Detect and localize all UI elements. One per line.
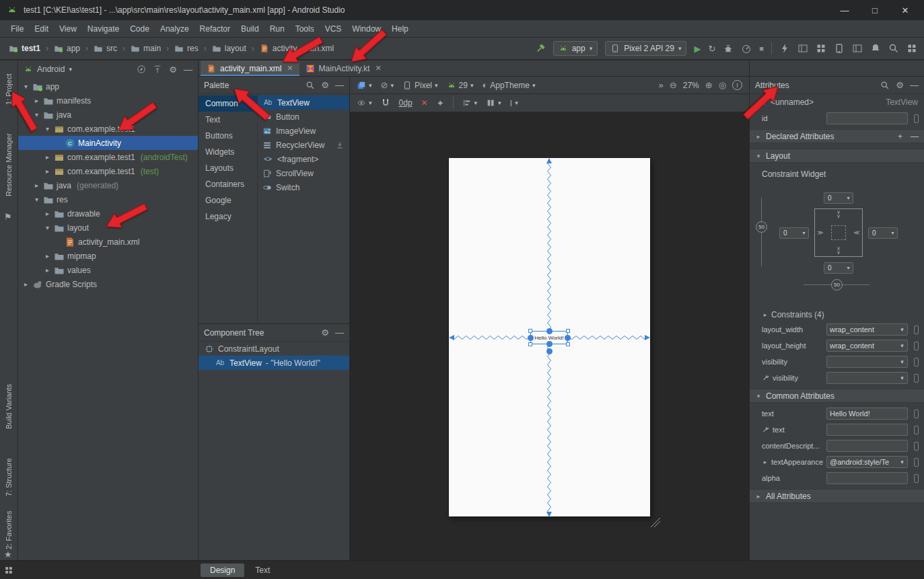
pick-resource-icon[interactable] bbox=[914, 410, 919, 418]
device-select[interactable]: Pixel 2 API 29 ▾ bbox=[605, 41, 686, 56]
issues-badge-icon[interactable]: ! bbox=[732, 80, 742, 90]
tree-item-activity-main-xml[interactable]: activity_main.xml bbox=[18, 235, 198, 249]
apply-changes-icon[interactable]: ↻ bbox=[708, 44, 715, 53]
menu-file[interactable]: File bbox=[5, 22, 29, 36]
chevron-collapsed-icon[interactable]: ▸ bbox=[755, 133, 762, 140]
tree-item-mipmap[interactable]: ▸mipmap bbox=[18, 249, 198, 263]
chevron-collapsed-icon[interactable]: ▸ bbox=[22, 280, 30, 288]
zoom-out-icon[interactable]: ⊖ bbox=[670, 81, 677, 89]
component-constraint-layout[interactable]: ConstraintLayout bbox=[199, 342, 349, 356]
design-surface-select[interactable]: ▾ bbox=[357, 81, 372, 90]
gear-icon[interactable]: ⚙ bbox=[169, 65, 177, 74]
palette-category-google[interactable]: Google bbox=[199, 192, 257, 208]
tree-item-app[interactable]: ▾app bbox=[18, 79, 198, 93]
tools-text-input[interactable] bbox=[826, 424, 908, 436]
search-everywhere-icon[interactable] bbox=[888, 43, 899, 54]
constraint-anchor-right-icon[interactable] bbox=[565, 335, 571, 341]
chevron-down-icon[interactable]: ▾ bbox=[69, 66, 72, 73]
theme-select[interactable]: ◐AppTheme▾ bbox=[482, 81, 535, 90]
menu-edit[interactable]: Edit bbox=[29, 22, 54, 36]
device-file-explorer-icon[interactable] bbox=[797, 43, 808, 54]
menu-view[interactable]: View bbox=[54, 22, 82, 36]
menu-build[interactable]: Build bbox=[236, 22, 264, 36]
infer-constraints-icon[interactable]: ✦ bbox=[437, 99, 444, 108]
bookmark-flag-icon[interactable]: ⚑ bbox=[4, 213, 12, 221]
align-select[interactable]: ▾ bbox=[462, 98, 478, 108]
gear-icon[interactable]: ⚙ bbox=[321, 328, 329, 337]
notifications-icon[interactable] bbox=[870, 43, 881, 54]
run-configuration-select[interactable]: app ▾ bbox=[553, 41, 598, 56]
chevron-expanded-icon[interactable]: ▾ bbox=[33, 196, 40, 203]
collapse-all-icon[interactable] bbox=[153, 65, 162, 74]
text-input[interactable]: Hello World! bbox=[826, 408, 908, 420]
text-appearance-select[interactable]: @android:style/Te▾ bbox=[826, 456, 908, 468]
layout-inspector-icon[interactable] bbox=[816, 43, 826, 54]
chevron-expanded-icon[interactable]: ▾ bbox=[755, 153, 762, 159]
layout-height-select[interactable]: wrap_content▾ bbox=[826, 340, 908, 352]
orientation-select[interactable]: ⊘▾ bbox=[381, 81, 394, 89]
api-version-select[interactable]: 29▾ bbox=[447, 81, 474, 90]
palette-item-recyclerview[interactable]: RecyclerView bbox=[258, 138, 349, 152]
chevron-collapsed-icon[interactable]: ▸ bbox=[33, 182, 40, 189]
tree-item-res[interactable]: ▾res bbox=[18, 192, 198, 206]
breadcrumb-main[interactable]: main bbox=[129, 42, 163, 54]
pick-resource-icon[interactable] bbox=[914, 114, 919, 123]
resize-handle-icon[interactable] bbox=[566, 329, 570, 333]
content-description-input[interactable] bbox=[826, 440, 908, 452]
overflow-chevrons-icon[interactable]: » bbox=[659, 81, 664, 89]
constraint-anchor-left-icon[interactable] bbox=[528, 335, 534, 341]
sdk-manager-icon[interactable] bbox=[852, 43, 863, 54]
debug-icon[interactable] bbox=[723, 43, 734, 54]
tree-item-main-activity[interactable]: MainActivity bbox=[18, 136, 198, 150]
palette-item-scrollview[interactable]: ScrollView bbox=[258, 166, 349, 180]
palette-item-imageview[interactable]: ImageView bbox=[258, 124, 349, 138]
resize-handle-icon[interactable] bbox=[566, 342, 570, 346]
favorites-star-icon[interactable]: ★ bbox=[4, 550, 12, 559]
pick-resource-icon[interactable] bbox=[914, 458, 919, 467]
design-canvas[interactable]: Hello World! bbox=[350, 112, 749, 560]
chevron-collapsed-icon[interactable]: ▸ bbox=[755, 493, 762, 500]
pick-resource-icon[interactable] bbox=[914, 358, 919, 366]
breadcrumb-res[interactable]: res bbox=[172, 42, 201, 54]
tree-item-gradle-scripts[interactable]: ▸Gradle Scripts bbox=[18, 277, 198, 291]
pick-resource-icon[interactable] bbox=[914, 325, 919, 334]
breadcrumb-layout[interactable]: layout bbox=[210, 42, 248, 54]
chevron-collapsed-icon[interactable]: ▸ bbox=[33, 97, 40, 104]
stop-icon[interactable]: ■ bbox=[759, 44, 764, 52]
tree-item-manifests[interactable]: ▸manifests bbox=[18, 93, 198, 108]
palette-category-legacy[interactable]: Legacy bbox=[199, 208, 257, 225]
tree-item-java[interactable]: ▾java bbox=[18, 108, 198, 122]
hide-panel-icon[interactable]: — bbox=[335, 81, 344, 89]
tool-stripe-build-variants[interactable]: Build Variants bbox=[0, 375, 17, 437]
default-margin-select[interactable]: 0dp bbox=[399, 98, 413, 108]
layout-width-select[interactable]: wrap_content▾ bbox=[826, 323, 908, 336]
close-button[interactable]: ✕ bbox=[893, 5, 917, 15]
palette-item-switch[interactable]: Switch bbox=[258, 180, 349, 194]
chevron-collapsed-icon[interactable]: ▸ bbox=[762, 311, 769, 318]
chevron-expanded-icon[interactable]: ▾ bbox=[22, 83, 30, 90]
chevron-expanded-icon[interactable]: ▾ bbox=[44, 125, 51, 132]
margin-top-select[interactable]: 0▾ bbox=[824, 192, 853, 204]
breadcrumb-src[interactable]: src bbox=[92, 42, 119, 54]
menu-help[interactable]: Help bbox=[386, 22, 414, 36]
margin-bottom-select[interactable]: 0▾ bbox=[824, 262, 853, 274]
pick-resource-icon[interactable] bbox=[914, 426, 919, 434]
tree-item-java-generated[interactable]: ▸java(generated) bbox=[18, 178, 198, 192]
section-constraints[interactable]: ▸ Constraints (4) bbox=[750, 308, 924, 321]
locate-file-icon[interactable] bbox=[137, 65, 146, 74]
search-icon[interactable] bbox=[306, 81, 315, 90]
zoom-in-icon[interactable]: ⊕ bbox=[705, 81, 713, 89]
chevron-expanded-icon[interactable]: ▾ bbox=[755, 393, 762, 399]
baseline-anchor-icon[interactable] bbox=[546, 348, 553, 354]
tree-item-package-android-test[interactable]: ▸com.example.test1(androidTest) bbox=[18, 150, 198, 164]
tools-visibility-select[interactable]: ▾ bbox=[826, 372, 908, 384]
run-button[interactable]: ▶ bbox=[694, 44, 701, 54]
tool-stripe-structure[interactable]: 7: Structure bbox=[0, 447, 17, 508]
chevron-collapsed-icon[interactable]: ▸ bbox=[44, 167, 51, 175]
view-options-select[interactable]: ▾ bbox=[357, 98, 372, 108]
clear-constraints-icon[interactable]: ✕ bbox=[421, 98, 428, 108]
menu-vcs[interactable]: VCS bbox=[320, 22, 347, 36]
palette-category-containers[interactable]: Containers bbox=[199, 176, 257, 192]
hide-panel-icon[interactable]: — bbox=[910, 81, 919, 89]
constraint-anchor-bottom-icon[interactable] bbox=[546, 341, 553, 347]
